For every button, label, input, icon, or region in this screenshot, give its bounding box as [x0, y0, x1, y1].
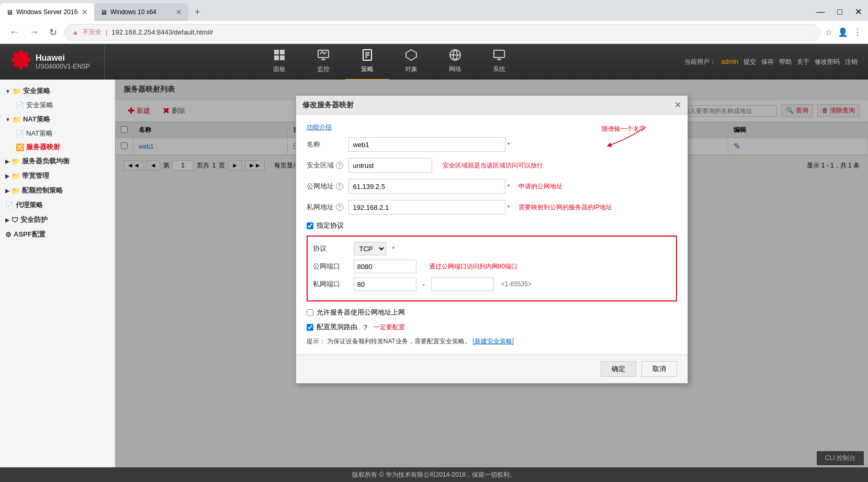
- document-icon-nat: 📄: [16, 130, 24, 138]
- form-row-private-ip: 私网地址 ? * 需要映射到公网的服务器的IP地址: [307, 200, 677, 215]
- window-maximize[interactable]: □: [831, 3, 849, 21]
- sidebar-label-security-protect: 安全防护: [20, 215, 48, 225]
- protocol-select[interactable]: TCP UDP ANY: [354, 242, 386, 255]
- tab-windows-server[interactable]: 🖥 Windows Server 2016 ✕: [0, 3, 94, 21]
- new-security-policy-link[interactable]: [新建安全策略]: [472, 338, 514, 345]
- address-bar: ▲ 不安全 | 192.168.2.254:8443/default.html#: [64, 24, 821, 41]
- sidebar-label-server-mapping: 服务器映射: [26, 142, 60, 152]
- public-port-input[interactable]: [354, 260, 416, 273]
- expand-icon-lb: ▶: [5, 159, 9, 164]
- form-row-name: 名称 *: [307, 137, 677, 152]
- zone-annotation: 安全区域就是当该区域访问可以放行: [443, 161, 543, 170]
- sidebar-label-bandwidth: 带宽管理: [22, 171, 49, 181]
- public-ip-label: 公网地址 ?: [307, 182, 348, 191]
- sidebar-label-aspf: ASPF配置: [14, 230, 46, 239]
- name-input[interactable]: [348, 137, 505, 152]
- public-ip-required: *: [508, 183, 510, 190]
- huawei-nav: Huawei USG6000V1-ENSP 面板 监控 策略: [0, 44, 868, 80]
- specify-protocol-checkbox[interactable]: [307, 222, 313, 229]
- nav-policy[interactable]: 策略: [345, 43, 389, 80]
- sidebar-item-bandwidth[interactable]: ▶ 📁 带宽管理: [0, 169, 115, 183]
- folder-icon-security: 📁: [13, 87, 21, 95]
- save-btn[interactable]: 保存: [761, 58, 774, 66]
- private-ip-annotation: 需要映射到公网的服务器的IP地址: [518, 203, 612, 212]
- change-password-btn[interactable]: 修改密码: [815, 58, 840, 66]
- logout-btn[interactable]: 注销: [845, 58, 858, 66]
- blackhole-route-checkbox[interactable]: [307, 324, 313, 331]
- window-close[interactable]: ✕: [849, 3, 868, 21]
- huawei-brand-text: Huawei USG6000V1-ENSP: [36, 53, 90, 70]
- private-port-input[interactable]: [354, 277, 416, 291]
- sidebar-item-quota[interactable]: ▶ 📁 配额控制策略: [0, 183, 115, 198]
- port-hint-annotation: 通过公网端口访问到内网80端口: [429, 262, 517, 271]
- menu-icon[interactable]: ⋮: [853, 27, 862, 37]
- protocol-label: 协议: [313, 244, 350, 253]
- tab-close-1[interactable]: ✕: [82, 8, 88, 16]
- nav-forward[interactable]: →: [26, 26, 42, 39]
- submit-btn[interactable]: 提交: [743, 58, 756, 66]
- private-ip-help-icon[interactable]: ?: [336, 204, 343, 211]
- object-icon: [405, 49, 418, 63]
- allow-public-ip-checkbox[interactable]: [307, 309, 313, 316]
- public-ip-help-icon[interactable]: ?: [336, 183, 343, 190]
- blackhole-route-label: 配置黑洞路由: [317, 322, 357, 332]
- network-icon: [449, 49, 461, 63]
- private-port-max-input[interactable]: [431, 277, 494, 291]
- huawei-logo: [10, 49, 31, 74]
- tab-close-2[interactable]: ✕: [176, 8, 182, 16]
- about-btn[interactable]: 关于: [797, 58, 809, 66]
- zone-help-icon[interactable]: ?: [336, 162, 343, 169]
- nav-refresh[interactable]: ↻: [46, 26, 60, 39]
- sidebar-item-aspf[interactable]: ⚙ ASPF配置: [0, 227, 115, 242]
- tab-windows10[interactable]: 🖥 Windows 10 x64 ✕: [94, 3, 188, 21]
- nav-system[interactable]: 系统: [477, 43, 521, 80]
- protocol-required: *: [392, 245, 395, 253]
- tip-label: 提示：: [307, 338, 325, 345]
- function-intro-row: 功能介绍 随便输一个名字: [307, 123, 677, 132]
- nav-dashboard[interactable]: 面板: [257, 43, 301, 80]
- sidebar-item-nat-group[interactable]: ▼ 📁 NAT策略: [0, 112, 115, 127]
- nav-back[interactable]: ←: [6, 26, 22, 39]
- private-port-row: 私网端口 - <1-65535>: [313, 277, 671, 291]
- window-minimize[interactable]: —: [810, 3, 831, 21]
- confirm-button[interactable]: 确定: [601, 361, 636, 377]
- function-intro-link[interactable]: 功能介绍: [307, 124, 332, 131]
- folder-icon-lb: 📁: [12, 158, 20, 165]
- modal-body: 功能介绍 随便输一个名字 名称 * 安全区域 ?: [296, 115, 687, 354]
- sidebar-item-security-policy-group[interactable]: ▼ 📁 安全策略: [0, 84, 115, 98]
- sidebar-label-nat-group: NAT策略: [23, 115, 50, 124]
- url-text[interactable]: 192.168.2.254:8443/default.html#: [111, 28, 213, 36]
- modal-title-bar: 修改服务器映射 ✕: [296, 96, 687, 115]
- expand-icon-bw: ▶: [5, 173, 9, 179]
- nav-monitor[interactable]: 监控: [301, 43, 345, 80]
- nav-object-label: 对象: [405, 65, 418, 74]
- profile-icon[interactable]: 👤: [838, 27, 848, 37]
- address-separator: |: [106, 28, 107, 36]
- private-ip-input[interactable]: [348, 200, 505, 215]
- bookmark-icon[interactable]: ☆: [825, 27, 832, 37]
- gear-icon: ⚙: [5, 231, 12, 239]
- nav-system-label: 系统: [493, 65, 505, 74]
- new-tab-button[interactable]: +: [188, 3, 207, 21]
- svg-rect-9: [280, 50, 285, 54]
- sidebar-child-server-mapping[interactable]: 🔀 服务器映射: [0, 140, 115, 154]
- sidebar-item-server-lb[interactable]: ▶ 📁 服务器负载均衡: [0, 154, 115, 169]
- svg-rect-8: [274, 50, 279, 54]
- cancel-button[interactable]: 取消: [641, 361, 677, 377]
- sidebar-child-nat-policy[interactable]: 📄 NAT策略: [0, 127, 115, 140]
- sidebar-label-proxy: 代理策略: [16, 200, 43, 210]
- content-panel: 服务器映射列表 ✚ 新建 ✖ 删除 刷新 🔍 查询 🗑 清除查询: [115, 80, 868, 467]
- system-icon: [493, 49, 505, 63]
- sidebar-label-nat-policy: NAT策略: [26, 129, 53, 138]
- zone-input[interactable]: [348, 158, 432, 173]
- svg-rect-11: [280, 55, 285, 60]
- sidebar-item-proxy[interactable]: 📄 代理策略: [0, 198, 115, 212]
- nav-object[interactable]: 对象: [389, 43, 433, 80]
- sidebar-child-security-policy[interactable]: 📄 安全策略: [0, 98, 115, 112]
- modal-close-btn[interactable]: ✕: [674, 100, 681, 110]
- sidebar-item-security-protect[interactable]: ▶ 🛡 安全防护: [0, 212, 115, 227]
- nav-network[interactable]: 网络: [433, 43, 477, 80]
- blackhole-help-icon[interactable]: ?: [364, 323, 367, 331]
- help-btn[interactable]: 帮助: [779, 58, 792, 66]
- public-ip-input[interactable]: [348, 179, 505, 194]
